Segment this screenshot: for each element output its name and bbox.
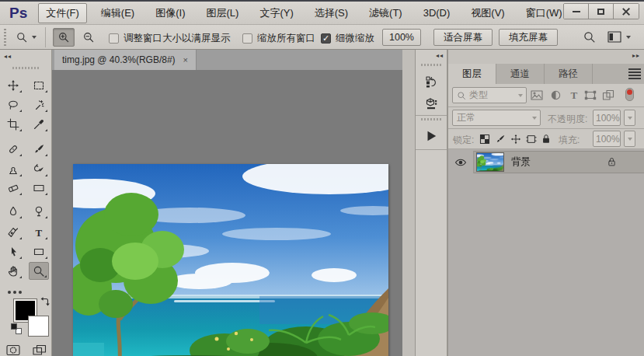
collapse-strip-button[interactable]: ◂◂ (436, 52, 444, 59)
collapse-toolbar-button[interactable]: ◂◂ (4, 53, 12, 60)
zoom-tool-preset[interactable] (16, 31, 37, 44)
3d-panel-icon (425, 97, 438, 110)
opacity-field[interactable]: 100% (593, 110, 621, 126)
canvas-workspace[interactable] (52, 70, 402, 356)
layer-thumbnail[interactable] (476, 152, 504, 172)
filter-type-dropdown[interactable]: 类型 (452, 87, 527, 103)
menu-3d[interactable]: 3D(D) (416, 5, 458, 21)
lock-artboard-icon (526, 134, 537, 145)
fit-screen-button[interactable]: 适合屏幕 (433, 29, 493, 46)
resize-windows-checkbox[interactable]: 调整窗口大小以满屏显示 (109, 32, 231, 45)
filter-pixel-layers-button[interactable] (531, 89, 543, 101)
menu-type[interactable]: 文字(Y) (252, 4, 300, 23)
document-area: timg.jpg @ 40.3%(RGB/8#) × (52, 50, 402, 356)
zoom-all-windows-label: 缩放所有窗口 (257, 32, 315, 45)
options-grip[interactable] (4, 29, 6, 46)
tab-channels[interactable]: 通道 (496, 64, 545, 84)
edit-toolbar-button[interactable] (8, 283, 25, 286)
fill-field[interactable]: 100% (593, 131, 621, 147)
lock-pixels-button[interactable] (495, 134, 506, 145)
menu-file[interactable]: 文件(F) (38, 3, 87, 23)
layer-content[interactable]: 背景 (474, 151, 644, 173)
document-tab[interactable]: timg.jpg @ 40.3%(RGB/8#) × (54, 50, 197, 70)
close-button[interactable] (614, 4, 639, 19)
chevron-down-icon (626, 36, 631, 39)
search-button[interactable] (583, 30, 596, 44)
history-panel-button[interactable] (419, 72, 443, 92)
menu-edit[interactable]: 编辑(E) (94, 4, 141, 23)
fill-screen-button[interactable]: 填充屏幕 (499, 29, 558, 46)
lasso-tool[interactable] (3, 96, 23, 113)
default-colors-button[interactable] (11, 323, 22, 334)
panel-icon-strip: ◂◂ (415, 50, 447, 356)
strip-grip[interactable] (421, 118, 441, 120)
minimize-button[interactable] (564, 4, 589, 19)
tab-paths[interactable]: 路径 (545, 64, 593, 84)
workspace-switcher[interactable] (607, 31, 631, 43)
menu-image[interactable]: 图像(I) (148, 4, 192, 23)
magic-wand-icon (33, 99, 45, 111)
gradient-tool[interactable] (29, 179, 49, 197)
expand-panels-button[interactable]: ▸▸ (632, 52, 640, 59)
magic-wand-tool[interactable] (29, 96, 49, 113)
spot-healing-brush-tool[interactable] (3, 140, 23, 158)
opacity-dropdown-button[interactable] (624, 110, 635, 126)
lock-artboard-button[interactable] (526, 134, 537, 145)
zoom-out-button[interactable] (78, 28, 99, 47)
zoom-in-button[interactable] (53, 28, 75, 47)
fill-dropdown-button[interactable] (624, 131, 635, 147)
crop-tool[interactable] (3, 115, 23, 133)
zoom-100-button[interactable]: 100% (382, 29, 421, 46)
rectangle-shape-tool[interactable] (29, 243, 49, 260)
menu-filter[interactable]: 滤镜(T) (362, 4, 409, 23)
maximize-icon (597, 9, 604, 15)
strip-grip[interactable] (421, 64, 441, 66)
tab-close-icon[interactable]: × (183, 55, 188, 65)
lock-position-button[interactable] (510, 134, 521, 145)
background-color-swatch[interactable] (28, 316, 49, 337)
menu-window[interactable]: 窗口(W) (519, 4, 569, 23)
dodge-tool[interactable] (29, 202, 49, 220)
zoom-tool[interactable] (29, 262, 49, 280)
eraser-tool[interactable] (3, 179, 23, 197)
tab-layers[interactable]: 图层 (448, 64, 496, 84)
pen-tool[interactable] (3, 223, 23, 241)
menu-view[interactable]: 视图(V) (464, 4, 511, 23)
move-tool[interactable] (3, 76, 23, 94)
filter-smart-objects-button[interactable] (602, 89, 614, 101)
document-image[interactable] (73, 164, 388, 356)
filter-shape-layers-button[interactable] (584, 89, 597, 101)
layer-visibility-toggle[interactable] (448, 151, 474, 173)
type-tool[interactable]: T (29, 223, 49, 241)
layer-row-background[interactable]: 背景 (448, 151, 644, 173)
3d-panel-button[interactable] (419, 93, 443, 113)
actions-panel-button[interactable] (419, 124, 443, 148)
menu-select[interactable]: 选择(S) (308, 4, 355, 23)
clone-stamp-tool[interactable] (3, 160, 23, 178)
lock-transparent-button[interactable] (479, 134, 490, 145)
path-selection-tool[interactable] (3, 243, 23, 260)
history-brush-tool[interactable] (29, 160, 49, 178)
brush-tool[interactable] (29, 140, 49, 158)
swap-colors-button[interactable] (40, 296, 50, 307)
filter-type-layers-button[interactable]: T (568, 89, 580, 101)
zoom-in-icon (57, 31, 70, 44)
scrubby-zoom-checkbox[interactable]: ✓ 细微缩放 (321, 32, 374, 45)
maximize-button[interactable] (589, 4, 614, 19)
blur-tool[interactable] (3, 202, 23, 220)
panel-menu-icon[interactable] (628, 68, 641, 79)
hand-tool[interactable] (3, 262, 23, 280)
rectangular-marquee-tool[interactable] (29, 76, 49, 94)
blend-mode-dropdown[interactable]: 正常 (452, 110, 541, 126)
toolbar-grip[interactable] (12, 67, 39, 69)
screen-mode-button[interactable] (30, 342, 50, 356)
menu-layer[interactable]: 图层(L) (199, 4, 245, 23)
filter-adjustment-layers-button[interactable] (550, 89, 562, 101)
zoom-all-windows-checkbox[interactable]: 缩放所有窗口 (242, 32, 315, 45)
lock-all-button[interactable] (541, 133, 552, 145)
eyedropper-tool[interactable] (29, 115, 49, 133)
filter-toggle-switch[interactable] (625, 88, 634, 101)
quick-mask-button[interactable] (3, 342, 23, 356)
search-icon (583, 30, 596, 44)
layer-name: 背景 (511, 155, 531, 169)
